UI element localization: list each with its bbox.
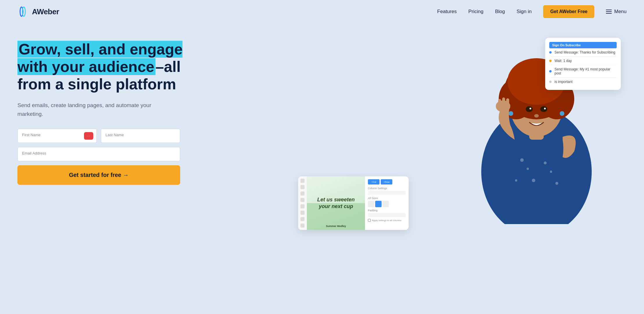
builder-panel-label-3: Padding — [368, 209, 406, 212]
name-row: First Name ··· Last Name — [17, 129, 180, 143]
hero-left: Grow, sell, and engagewith your audience… — [17, 29, 310, 185]
builder-panel-toolbar: +Col +Row — [368, 179, 406, 185]
builder-footer-text: Summer Medley — [326, 225, 346, 228]
nav-cta-button[interactable]: Get AWeber Free — [543, 5, 594, 18]
builder-card: Let us sweetenyour next cup Summer Medle… — [298, 176, 409, 230]
builder-panel-label-2: All Sizes — [368, 197, 406, 200]
builder-preview: Let us sweetenyour next cup Summer Medle… — [307, 176, 365, 230]
svg-point-8 — [515, 179, 517, 182]
automation-label-4: is important — [554, 80, 573, 84]
last-name-input[interactable] — [101, 129, 180, 143]
builder-panel-label-1: Column Settings — [368, 187, 406, 190]
nav-blog[interactable]: Blog — [495, 9, 505, 15]
logo[interactable]: AWeber — [17, 5, 59, 18]
autofill-dots: ··· — [87, 134, 90, 138]
automation-row-4: is important — [549, 78, 617, 86]
builder-panel: +Col +Row Column Settings All Sizes Padd… — [365, 176, 409, 230]
builder-apply-label: Apply settings to all columns — [368, 219, 406, 222]
logo-text: AWeber — [32, 7, 59, 16]
navbar: AWeber Features Pricing Blog Sign in Get… — [0, 0, 644, 23]
automation-row-1: Send Message: Thanks for Subscribing — [549, 48, 617, 57]
first-name-field: First Name ··· — [17, 129, 97, 143]
automation-dot-2 — [549, 60, 552, 62]
sidebar-item-5 — [300, 204, 305, 208]
size-ctrl-1 — [368, 201, 374, 207]
svg-point-16 — [526, 106, 533, 112]
svg-point-4 — [527, 168, 529, 170]
headline-end: from a single platform — [17, 76, 176, 93]
svg-rect-25 — [502, 97, 505, 108]
sidebar-item-7 — [300, 217, 305, 221]
headline-dash: –all — [155, 58, 181, 75]
add-row-label: +Row — [384, 181, 390, 183]
nav-signin[interactable]: Sign in — [516, 9, 532, 15]
sidebar-item-3 — [300, 191, 305, 196]
svg-point-3 — [520, 158, 524, 162]
add-col-label: +Col — [371, 181, 376, 183]
svg-point-21 — [509, 111, 513, 116]
size-ctrl-3 — [382, 201, 389, 207]
builder-panel-input-1 — [368, 191, 406, 195]
email-field-wrap: Email Address — [17, 147, 180, 161]
automation-row-3: Send Message: My #1 most popular post — [549, 65, 617, 78]
automation-dot-4 — [549, 81, 552, 83]
automation-row-2: Wait: 1 day — [549, 57, 617, 65]
svg-rect-24 — [498, 99, 501, 108]
svg-point-19 — [544, 108, 546, 109]
nav-links: Features Pricing Blog Sign in Get AWeber… — [437, 5, 627, 18]
hero-cta-button[interactable]: Get started for free → — [17, 165, 180, 185]
logo-icon — [17, 5, 30, 18]
nav-menu-toggle[interactable]: Menu — [606, 9, 627, 15]
hero-subtext: Send emails, create landing pages, and a… — [17, 101, 157, 118]
automation-header-text: Sign On Subscribe — [552, 43, 581, 47]
svg-point-7 — [532, 179, 535, 182]
hero-section: Grow, sell, and engagewith your audience… — [0, 23, 644, 314]
sidebar-item-6 — [300, 211, 305, 215]
hamburger-icon — [606, 10, 612, 14]
automation-label-3: Send Message: My #1 most popular post — [554, 67, 617, 75]
svg-point-22 — [560, 111, 564, 116]
svg-point-6 — [550, 171, 552, 173]
menu-label: Menu — [614, 9, 627, 15]
hero-headline: Grow, sell, and engagewith your audience… — [17, 41, 310, 93]
builder-preview-text: Let us sweetenyour next cup — [317, 196, 355, 210]
builder-add-col[interactable]: +Col — [368, 179, 380, 185]
builder-panel-input-2 — [368, 213, 406, 217]
automation-card: Sign On Subscribe Send Message: Thanks f… — [545, 38, 621, 90]
nav-features[interactable]: Features — [437, 9, 457, 15]
apply-checkbox[interactable] — [368, 219, 371, 222]
nav-pricing[interactable]: Pricing — [468, 9, 483, 15]
svg-point-18 — [529, 108, 531, 109]
svg-point-20 — [534, 114, 539, 118]
builder-apply-row: Apply settings to all columns — [368, 219, 406, 222]
automation-label-2: Wait: 1 day — [554, 59, 572, 63]
size-ctrl-2 — [375, 201, 382, 207]
automation-card-header: Sign On Subscribe — [549, 42, 617, 48]
automation-dot-3 — [549, 70, 552, 72]
hero-form: First Name ··· Last Name Email Address G… — [17, 129, 180, 185]
builder-sidebar — [298, 176, 307, 230]
sidebar-item-2 — [300, 185, 305, 189]
autofill-icon: ··· — [84, 132, 93, 140]
sidebar-item-8 — [300, 223, 305, 228]
hero-right: Sign On Subscribe Send Message: Thanks f… — [310, 23, 627, 242]
sidebar-item-1 — [300, 179, 305, 183]
automation-dot-1 — [549, 51, 552, 54]
last-name-field: Last Name — [101, 129, 180, 143]
svg-point-5 — [544, 162, 547, 164]
builder-size-controls — [368, 201, 406, 207]
builder-add-row[interactable]: +Row — [381, 179, 392, 185]
svg-point-9 — [555, 182, 558, 185]
svg-point-17 — [540, 106, 547, 112]
email-input[interactable] — [17, 147, 180, 161]
svg-rect-26 — [506, 98, 509, 108]
automation-label-1: Send Message: Thanks for Subscribing — [554, 50, 615, 54]
svg-point-1 — [22, 7, 25, 16]
sidebar-item-4 — [300, 198, 305, 202]
apply-text: Apply settings to all columns — [372, 219, 401, 222]
